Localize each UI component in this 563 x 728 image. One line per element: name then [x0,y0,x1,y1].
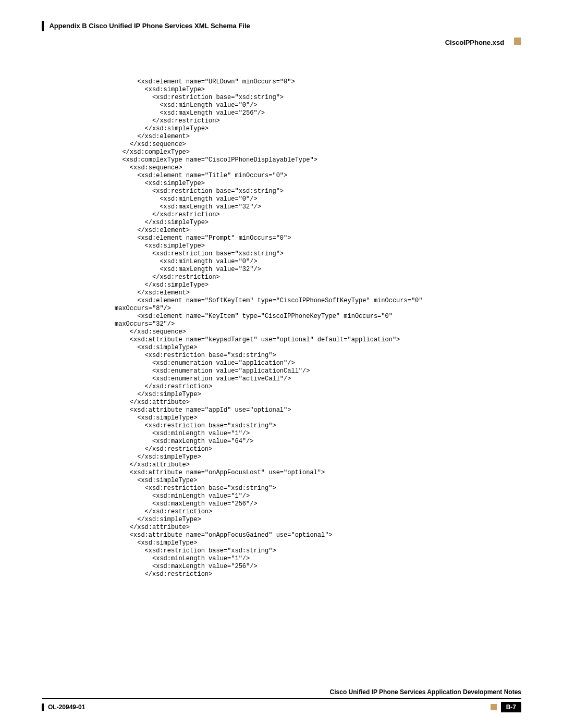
header-row: Appendix B Cisco Unified IP Phone Servic… [42,21,521,31]
square-icon [514,38,521,45]
footer-doc-title: Cisco Unified IP Phone Services Applicat… [42,688,521,696]
footer-right: B-7 [491,702,521,712]
footer-square-icon [491,704,497,710]
appendix-label: Appendix B Cisco Unified IP Phone Servic… [42,21,250,31]
appendix-title: Appendix B Cisco Unified IP Phone Servic… [49,22,250,30]
section-header: CiscoIPPhone.xsd [42,38,521,47]
footer-row: OL-20949-01 B-7 [42,702,521,712]
page-number: B-7 [501,702,521,712]
code-block: <xsd:element name="URLDown" minOccurs="0… [115,78,521,578]
footer: Cisco Unified IP Phone Services Applicat… [42,688,521,712]
footer-left-bar-icon [42,704,44,711]
chapter-bar-icon [42,21,44,31]
section-title: CiscoIPPhone.xsd [445,39,504,46]
doc-id: OL-20949-01 [48,704,85,711]
footer-left: OL-20949-01 [42,704,85,711]
footer-line [42,698,521,699]
